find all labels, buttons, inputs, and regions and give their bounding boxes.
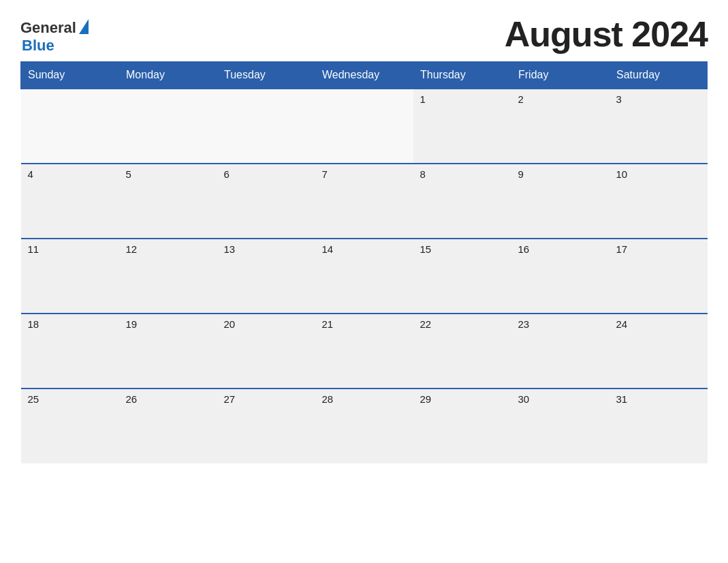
day-number: 4 — [28, 168, 112, 180]
calendar-day-cell: 2 — [511, 89, 610, 164]
calendar-day-cell: 7 — [315, 164, 413, 239]
calendar-day-cell: 24 — [610, 314, 708, 389]
day-number: 11 — [28, 243, 112, 255]
col-thursday: Thursday — [413, 62, 511, 89]
calendar-week-row: 11121314151617 — [21, 239, 708, 314]
day-number: 17 — [616, 243, 701, 255]
calendar-day-cell — [315, 89, 413, 164]
col-wednesday: Wednesday — [315, 62, 413, 89]
calendar-day-cell: 26 — [119, 389, 217, 463]
day-number: 15 — [420, 243, 505, 255]
header: General Blue August 2024 — [20, 14, 708, 55]
calendar-day-cell: 20 — [217, 314, 315, 389]
calendar-day-cell: 16 — [511, 239, 610, 314]
calendar-day-cell: 21 — [315, 314, 413, 389]
calendar-day-cell: 30 — [511, 389, 610, 463]
calendar-day-cell: 6 — [217, 164, 315, 239]
calendar-day-cell: 11 — [21, 239, 119, 314]
calendar-day-cell: 10 — [610, 164, 708, 239]
month-title: August 2024 — [505, 14, 708, 55]
day-number: 3 — [616, 93, 701, 105]
col-tuesday: Tuesday — [217, 62, 315, 89]
logo-general-text: General — [20, 19, 76, 37]
day-number: 1 — [420, 93, 505, 105]
day-number: 21 — [322, 318, 407, 330]
calendar-day-cell: 1 — [413, 89, 511, 164]
calendar-header-row: Sunday Monday Tuesday Wednesday Thursday… — [21, 62, 708, 89]
calendar-week-row: 25262728293031 — [21, 389, 708, 463]
day-number: 29 — [420, 393, 505, 405]
calendar-day-cell: 12 — [119, 239, 217, 314]
calendar-day-cell: 4 — [21, 164, 119, 239]
day-number: 28 — [322, 393, 407, 405]
day-number: 2 — [518, 93, 603, 105]
calendar-day-cell: 8 — [413, 164, 511, 239]
calendar-day-cell: 9 — [511, 164, 610, 239]
day-number: 5 — [126, 168, 210, 180]
day-number: 10 — [616, 168, 701, 180]
calendar-day-cell: 25 — [21, 389, 119, 463]
calendar-day-cell: 31 — [610, 389, 708, 463]
calendar-day-cell: 3 — [610, 89, 708, 164]
calendar-day-cell: 15 — [413, 239, 511, 314]
col-monday: Monday — [119, 62, 217, 89]
calendar-day-cell: 22 — [413, 314, 511, 389]
day-number: 9 — [518, 168, 603, 180]
calendar-week-row: 18192021222324 — [21, 314, 708, 389]
col-sunday: Sunday — [21, 62, 119, 89]
logo-blue-row: Blue — [20, 37, 54, 55]
calendar-day-cell — [217, 89, 315, 164]
calendar-day-cell — [119, 89, 217, 164]
day-number: 13 — [224, 243, 308, 255]
day-number: 12 — [126, 243, 210, 255]
calendar-day-cell: 5 — [119, 164, 217, 239]
day-number: 6 — [224, 168, 308, 180]
day-number: 25 — [28, 393, 112, 405]
day-number: 8 — [420, 168, 505, 180]
logo-blue-text: Blue — [22, 37, 54, 55]
calendar-day-cell: 18 — [21, 314, 119, 389]
calendar-week-row: 45678910 — [21, 164, 708, 239]
day-number: 19 — [126, 318, 210, 330]
day-number: 26 — [126, 393, 210, 405]
day-number: 27 — [224, 393, 308, 405]
day-number: 14 — [322, 243, 407, 255]
day-number: 31 — [616, 393, 701, 405]
day-number: 18 — [28, 318, 112, 330]
logo-container: General Blue — [20, 19, 89, 55]
day-number: 23 — [518, 318, 603, 330]
calendar-day-cell: 29 — [413, 389, 511, 463]
day-number: 7 — [322, 168, 407, 180]
calendar-page: General Blue August 2024 Sunday Monday T… — [0, 0, 728, 563]
calendar-day-cell: 23 — [511, 314, 610, 389]
calendar-week-row: 123 — [21, 89, 708, 164]
col-saturday: Saturday — [610, 62, 708, 89]
logo-row: General — [20, 19, 89, 37]
calendar-day-cell: 13 — [217, 239, 315, 314]
day-number: 22 — [420, 318, 505, 330]
day-number: 16 — [518, 243, 603, 255]
calendar-table: Sunday Monday Tuesday Wednesday Thursday… — [20, 61, 708, 463]
logo-triangle-icon — [79, 19, 89, 34]
calendar-day-cell: 19 — [119, 314, 217, 389]
calendar-day-cell: 27 — [217, 389, 315, 463]
calendar-day-cell: 14 — [315, 239, 413, 314]
calendar-day-cell: 28 — [315, 389, 413, 463]
day-number: 20 — [224, 318, 308, 330]
col-friday: Friday — [511, 62, 610, 89]
calendar-day-cell: 17 — [610, 239, 708, 314]
day-number: 30 — [518, 393, 603, 405]
day-number: 24 — [616, 318, 701, 330]
calendar-day-cell — [21, 89, 119, 164]
